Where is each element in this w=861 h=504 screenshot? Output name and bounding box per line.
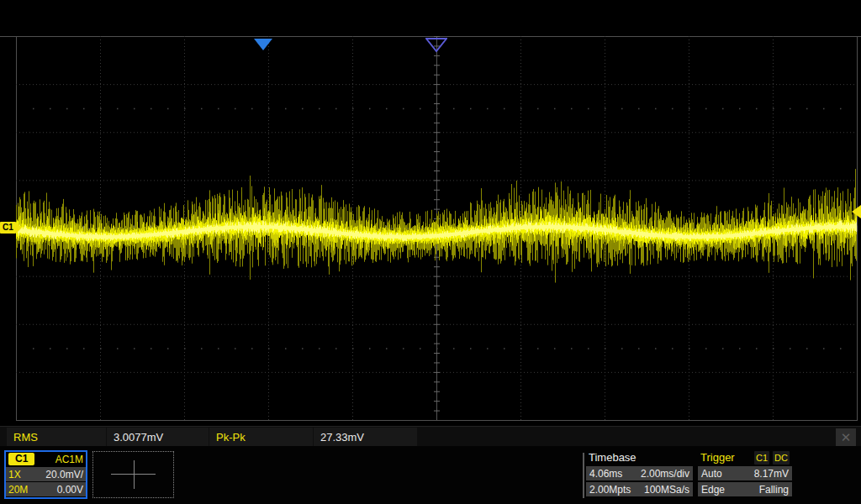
measurement-pkpk-label: Pk-Pk (216, 431, 246, 444)
trigger-coupling-badge: DC (773, 451, 790, 465)
measurement-rms-value-cell: 3.0077mV (107, 428, 209, 446)
channel1-scale-row: 1X 20.0mV/ (6, 467, 86, 481)
channel1-panel-header: C1 AC1M (6, 452, 86, 466)
panel-divider (583, 453, 584, 498)
add-channel-descriptor-box[interactable] (92, 451, 174, 498)
measurement-bar: RMS 3.0077mV Pk-Pk 27.33mV ✕ (0, 426, 861, 448)
trigger-badges: C1 DC (754, 451, 790, 465)
trigger-level: 8.17mV (754, 468, 789, 480)
trigger-slope: Falling (759, 484, 789, 496)
timebase-delay-row: 4.06ms 2.00ms/div (586, 466, 693, 480)
channel1-panel[interactable]: C1 AC1M 1X 20.0mV/ 20M 0.00V (4, 450, 87, 499)
close-measurements-button[interactable]: ✕ (836, 428, 856, 446)
measurement-rms-value: 3.0077mV (114, 431, 163, 444)
channel1-position-arrow-icon (16, 222, 22, 234)
channel1-position-label: C1 (0, 222, 16, 234)
crosshair-icon (111, 460, 156, 489)
timebase-delay: 4.06ms (589, 468, 622, 480)
channel1-position-marker[interactable]: C1 (0, 222, 22, 234)
measurement-pkpk-value-cell: 27.33mV (314, 428, 417, 446)
timebase-panel-header: Timebase (586, 451, 693, 465)
bottom-status-bar: C1 AC1M 1X 20.0mV/ 20M 0.00V Timebase 4.… (0, 446, 861, 504)
trigger-type: Edge (701, 484, 725, 496)
timebase-panel[interactable]: Timebase 4.06ms 2.00ms/div 2.00Mpts 100M… (586, 451, 693, 496)
trigger-level-marker-icon[interactable] (852, 205, 861, 218)
trigger-source-badge: C1 (754, 451, 769, 465)
timebase-sample-rate: 100MSa/s (644, 484, 689, 496)
measurement-rms-label: RMS (13, 431, 38, 444)
channel1-volts-per-div: 20.0mV/ (45, 469, 83, 480)
trigger-mode: Auto (701, 468, 722, 480)
timebase-points: 2.00Mpts (589, 484, 631, 496)
timebase-title: Timebase (589, 451, 637, 465)
channel1-attenuation: 1X (8, 469, 21, 480)
channel1-coupling: AC1M (55, 454, 83, 465)
horizontal-trigger-position-marker-icon[interactable] (254, 39, 272, 50)
trigger-panel-header: Trigger C1 DC (698, 451, 792, 465)
oscilloscope-screen: C1 RMS 3.0077mV Pk-Pk 27.33mV ✕ C1 AC1M (0, 0, 861, 504)
measurement-rms-label-cell[interactable]: RMS (7, 428, 106, 446)
close-icon: ✕ (841, 430, 852, 444)
horizontal-center-marker-icon[interactable] (425, 38, 447, 53)
timebase-acquisition-row: 2.00Mpts 100MSa/s (586, 482, 693, 496)
timebase-scale: 2.00ms/div (641, 468, 689, 480)
trigger-type-row: Edge Falling (698, 482, 792, 496)
measurement-pkpk-value: 27.33mV (320, 431, 364, 444)
trigger-title: Trigger (700, 451, 735, 465)
trigger-mode-row: Auto 8.17mV (698, 466, 792, 480)
channel1-offset: 0.00V (57, 484, 83, 496)
channel1-offset-row: 20M 0.00V (6, 482, 86, 496)
trigger-panel[interactable]: Trigger C1 DC Auto 8.17mV Edge Falling (698, 451, 792, 496)
measurement-pkpk-label-cell[interactable]: Pk-Pk (209, 428, 313, 446)
channel1-name-badge: C1 (8, 453, 34, 465)
channel1-bandwidth-limit: 20M (8, 484, 28, 496)
